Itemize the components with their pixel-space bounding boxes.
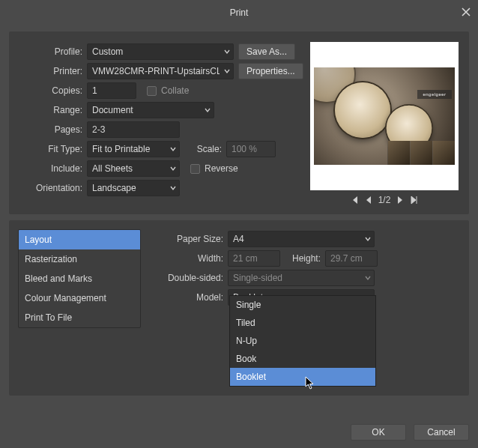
chevron-down-icon — [224, 49, 230, 55]
tab-rasterization[interactable]: Rasterization — [19, 249, 140, 269]
paper-size-select[interactable]: A4 — [228, 231, 375, 247]
reverse-checkbox[interactable] — [190, 164, 200, 174]
fit-type-select[interactable]: Fit to Printable — [87, 141, 180, 157]
properties-button[interactable]: Properties... — [238, 63, 303, 79]
printer-label: Printer: — [18, 66, 87, 76]
chevron-down-icon — [170, 146, 176, 152]
print-dialog: Print Profile: Custom Save As... Printer… — [0, 0, 478, 448]
layout-panel: Layout Rasterization Bleed and Marks Col… — [9, 220, 469, 396]
close-icon[interactable] — [462, 6, 471, 19]
chevron-down-icon — [224, 68, 230, 74]
range-value: Document — [92, 105, 133, 115]
dialog-title: Print — [230, 7, 249, 18]
tab-layout[interactable]: Layout — [19, 230, 140, 249]
reverse-label: Reverse — [205, 163, 238, 174]
scale-input: 100 % — [226, 141, 276, 157]
pager-text: 1/2 — [378, 195, 391, 205]
print-preview: engelgeer 1/2 — [310, 42, 459, 205]
double-sided-label: Double-sided: — [159, 273, 228, 283]
chevron-down-icon — [170, 166, 176, 172]
tab-print-to-file[interactable]: Print To File — [19, 308, 140, 327]
pages-label: Pages: — [18, 124, 87, 135]
copies-input[interactable]: 1 — [87, 82, 136, 99]
include-select[interactable]: All Sheets — [87, 160, 180, 177]
orientation-value: Landscape — [92, 183, 136, 193]
include-value: All Sheets — [92, 163, 133, 174]
model-option-booklet[interactable]: Booklet — [230, 368, 375, 386]
orientation-label: Orientation: — [18, 183, 87, 193]
chevron-down-icon — [170, 185, 176, 191]
profile-label: Profile: — [18, 46, 87, 57]
fit-type-value: Fit to Printable — [92, 144, 150, 154]
model-option-n-up[interactable]: N-Up — [230, 332, 375, 350]
model-option-book[interactable]: Book — [230, 350, 375, 368]
copies-label: Copies: — [18, 85, 87, 96]
model-label: Model: — [159, 292, 228, 303]
model-option-single[interactable]: Single — [230, 296, 375, 314]
ok-button[interactable]: OK — [351, 424, 406, 441]
cancel-button[interactable]: Cancel — [414, 424, 469, 441]
chevron-down-icon — [205, 107, 211, 113]
collate-checkbox[interactable] — [147, 86, 157, 96]
chevron-down-icon — [365, 275, 371, 281]
dialog-footer: OK Cancel — [351, 424, 469, 441]
print-settings-panel: Profile: Custom Save As... Printer: VMW2… — [9, 31, 469, 214]
width-label: Width: — [159, 253, 228, 264]
orientation-select[interactable]: Landscape — [87, 180, 180, 196]
height-label: Height: — [280, 253, 325, 264]
save-as-button[interactable]: Save As... — [238, 43, 295, 60]
pages-input[interactable]: 2-3 — [87, 121, 180, 138]
last-page-icon[interactable] — [410, 196, 419, 205]
printer-select[interactable]: VMW28CMR-PRINT-UpstairsCLX-925 — [87, 63, 234, 79]
preview-brand: engelgeer — [417, 90, 452, 99]
include-label: Include: — [18, 163, 87, 174]
model-option-tiled[interactable]: Tiled — [230, 314, 375, 332]
profile-select[interactable]: Custom — [87, 43, 234, 60]
width-input: 21 cm — [228, 250, 280, 267]
fit-type-label: Fit Type: — [18, 144, 87, 154]
range-label: Range: — [18, 105, 87, 115]
first-page-icon[interactable] — [350, 196, 359, 205]
paper-size-label: Paper Size: — [159, 234, 228, 244]
model-dropdown: Single Tiled N-Up Book Booklet — [229, 295, 376, 387]
tab-colour-management[interactable]: Colour Management — [19, 288, 140, 308]
preview-image: engelgeer — [310, 42, 459, 190]
tab-bleed-and-marks[interactable]: Bleed and Marks — [19, 269, 140, 288]
prev-page-icon[interactable] — [365, 196, 372, 205]
collate-label: Collate — [161, 85, 189, 96]
printer-value: VMW28CMR-PRINT-UpstairsCLX-925 — [92, 66, 220, 76]
chevron-down-icon — [365, 236, 371, 242]
titlebar: Print — [0, 0, 478, 25]
side-tabs: Layout Rasterization Bleed and Marks Col… — [18, 229, 141, 328]
range-select[interactable]: Document — [87, 102, 214, 118]
height-input: 29.7 cm — [325, 250, 378, 267]
next-page-icon[interactable] — [396, 196, 404, 205]
double-sided-select: Single-sided — [228, 270, 375, 286]
profile-value: Custom — [92, 46, 123, 57]
scale-label: Scale: — [180, 144, 226, 154]
preview-pager: 1/2 — [310, 195, 459, 205]
